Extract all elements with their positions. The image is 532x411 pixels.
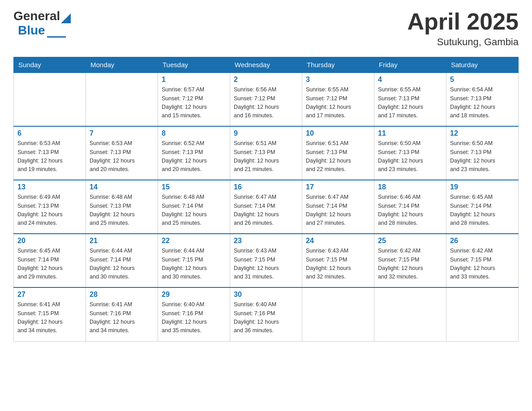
logo-general: General — [13, 9, 60, 23]
day-number: 10 — [306, 129, 370, 137]
day-number: 29 — [162, 291, 226, 299]
day-info: Sunrise: 6:54 AM Sunset: 7:13 PM Dayligh… — [450, 86, 515, 120]
day-number: 3 — [306, 76, 370, 84]
calendar-cell: 30Sunrise: 6:40 AM Sunset: 7:16 PM Dayli… — [230, 287, 302, 341]
weekday-header-row: SundayMondayTuesdayWednesdayThursdayFrid… — [14, 57, 519, 73]
day-info: Sunrise: 6:53 AM Sunset: 7:13 PM Dayligh… — [90, 139, 154, 174]
day-number: 5 — [450, 76, 515, 84]
day-number: 23 — [234, 237, 298, 245]
day-info: Sunrise: 6:52 AM Sunset: 7:13 PM Dayligh… — [162, 139, 226, 174]
day-info: Sunrise: 6:56 AM Sunset: 7:12 PM Dayligh… — [234, 86, 298, 120]
day-info: Sunrise: 6:51 AM Sunset: 7:13 PM Dayligh… — [234, 139, 298, 174]
page-subtitle: Sutukung, Gambia — [407, 36, 519, 48]
calendar-cell — [446, 287, 519, 341]
calendar-cell: 28Sunrise: 6:41 AM Sunset: 7:16 PM Dayli… — [86, 287, 158, 341]
calendar-cell: 24Sunrise: 6:43 AM Sunset: 7:15 PM Dayli… — [302, 234, 374, 287]
calendar-cell: 29Sunrise: 6:40 AM Sunset: 7:16 PM Dayli… — [158, 287, 230, 341]
day-info: Sunrise: 6:44 AM Sunset: 7:15 PM Dayligh… — [162, 247, 226, 282]
calendar-cell: 15Sunrise: 6:48 AM Sunset: 7:14 PM Dayli… — [158, 180, 230, 234]
day-number: 25 — [378, 237, 442, 245]
title-block: April 2025 Sutukung, Gambia — [407, 9, 519, 48]
day-info: Sunrise: 6:49 AM Sunset: 7:13 PM Dayligh… — [17, 193, 82, 228]
day-info: Sunrise: 6:45 AM Sunset: 7:14 PM Dayligh… — [17, 247, 82, 282]
day-number: 15 — [162, 183, 226, 191]
day-number: 14 — [90, 183, 154, 191]
day-info: Sunrise: 6:47 AM Sunset: 7:14 PM Dayligh… — [234, 193, 298, 228]
calendar-cell — [374, 287, 446, 341]
day-info: Sunrise: 6:47 AM Sunset: 7:14 PM Dayligh… — [306, 193, 370, 228]
calendar-cell: 10Sunrise: 6:51 AM Sunset: 7:13 PM Dayli… — [302, 126, 374, 180]
calendar-cell: 19Sunrise: 6:45 AM Sunset: 7:14 PM Dayli… — [446, 180, 519, 234]
calendar-cell: 1Sunrise: 6:57 AM Sunset: 7:12 PM Daylig… — [158, 73, 230, 126]
calendar-cell: 18Sunrise: 6:46 AM Sunset: 7:14 PM Dayli… — [374, 180, 446, 234]
svg-marker-0 — [61, 13, 71, 23]
calendar-table: SundayMondayTuesdayWednesdayThursdayFrid… — [13, 57, 519, 342]
calendar-cell: 17Sunrise: 6:47 AM Sunset: 7:14 PM Dayli… — [302, 180, 374, 234]
day-number: 22 — [162, 237, 226, 245]
calendar-cell: 25Sunrise: 6:42 AM Sunset: 7:15 PM Dayli… — [374, 234, 446, 287]
calendar-cell: 12Sunrise: 6:50 AM Sunset: 7:13 PM Dayli… — [446, 126, 519, 180]
day-info: Sunrise: 6:53 AM Sunset: 7:13 PM Dayligh… — [17, 139, 82, 174]
day-info: Sunrise: 6:41 AM Sunset: 7:15 PM Dayligh… — [17, 300, 82, 335]
day-number: 17 — [306, 183, 370, 191]
day-number: 27 — [17, 291, 82, 299]
day-info: Sunrise: 6:43 AM Sunset: 7:15 PM Dayligh… — [306, 247, 370, 282]
day-number: 21 — [90, 237, 154, 245]
day-number: 1 — [162, 76, 226, 84]
day-info: Sunrise: 6:45 AM Sunset: 7:14 PM Dayligh… — [450, 193, 515, 228]
day-info: Sunrise: 6:55 AM Sunset: 7:12 PM Dayligh… — [306, 86, 370, 120]
calendar-cell — [302, 287, 374, 341]
logo: General Blue — [13, 9, 71, 38]
day-number: 26 — [450, 237, 515, 245]
calendar-cell: 3Sunrise: 6:55 AM Sunset: 7:12 PM Daylig… — [302, 73, 374, 126]
calendar-cell: 14Sunrise: 6:48 AM Sunset: 7:13 PM Dayli… — [86, 180, 158, 234]
day-info: Sunrise: 6:48 AM Sunset: 7:14 PM Dayligh… — [162, 193, 226, 228]
day-number: 6 — [17, 129, 82, 137]
day-info: Sunrise: 6:50 AM Sunset: 7:13 PM Dayligh… — [378, 139, 442, 174]
day-info: Sunrise: 6:46 AM Sunset: 7:14 PM Dayligh… — [378, 193, 442, 228]
calendar-cell: 21Sunrise: 6:44 AM Sunset: 7:14 PM Dayli… — [86, 234, 158, 287]
weekday-header-monday: Monday — [86, 57, 158, 73]
logo-blue: Blue — [18, 23, 45, 38]
calendar-cell: 22Sunrise: 6:44 AM Sunset: 7:15 PM Dayli… — [158, 234, 230, 287]
day-number: 24 — [306, 237, 370, 245]
weekday-header-wednesday: Wednesday — [230, 57, 302, 73]
day-number: 11 — [378, 129, 442, 137]
calendar-week-row: 6Sunrise: 6:53 AM Sunset: 7:13 PM Daylig… — [14, 126, 519, 180]
day-info: Sunrise: 6:50 AM Sunset: 7:13 PM Dayligh… — [450, 139, 515, 174]
day-number: 19 — [450, 183, 515, 191]
calendar-week-row: 1Sunrise: 6:57 AM Sunset: 7:12 PM Daylig… — [14, 73, 519, 126]
calendar-cell: 27Sunrise: 6:41 AM Sunset: 7:15 PM Dayli… — [14, 287, 86, 341]
day-number: 8 — [162, 129, 226, 137]
calendar-cell: 9Sunrise: 6:51 AM Sunset: 7:13 PM Daylig… — [230, 126, 302, 180]
calendar-cell: 11Sunrise: 6:50 AM Sunset: 7:13 PM Dayli… — [374, 126, 446, 180]
day-number: 4 — [378, 76, 442, 84]
calendar-cell: 2Sunrise: 6:56 AM Sunset: 7:12 PM Daylig… — [230, 73, 302, 126]
calendar-cell: 4Sunrise: 6:55 AM Sunset: 7:13 PM Daylig… — [374, 73, 446, 126]
page-header: General Blue April 2025 Sutukung, Gambia — [13, 9, 519, 48]
calendar-cell: 23Sunrise: 6:43 AM Sunset: 7:15 PM Dayli… — [230, 234, 302, 287]
weekday-header-friday: Friday — [374, 57, 446, 73]
day-info: Sunrise: 6:42 AM Sunset: 7:15 PM Dayligh… — [378, 247, 442, 282]
weekday-header-sunday: Sunday — [14, 57, 86, 73]
calendar-cell — [14, 73, 86, 126]
day-number: 16 — [234, 183, 298, 191]
day-number: 12 — [450, 129, 515, 137]
day-number: 28 — [90, 291, 154, 299]
page-title: April 2025 — [407, 9, 519, 34]
day-info: Sunrise: 6:43 AM Sunset: 7:15 PM Dayligh… — [234, 247, 298, 282]
day-number: 2 — [234, 76, 298, 84]
day-info: Sunrise: 6:55 AM Sunset: 7:13 PM Dayligh… — [378, 86, 442, 120]
calendar-week-row: 13Sunrise: 6:49 AM Sunset: 7:13 PM Dayli… — [14, 180, 519, 234]
day-info: Sunrise: 6:48 AM Sunset: 7:13 PM Dayligh… — [90, 193, 154, 228]
calendar-cell: 26Sunrise: 6:42 AM Sunset: 7:15 PM Dayli… — [446, 234, 519, 287]
calendar-cell: 16Sunrise: 6:47 AM Sunset: 7:14 PM Dayli… — [230, 180, 302, 234]
weekday-header-tuesday: Tuesday — [158, 57, 230, 73]
calendar-cell: 5Sunrise: 6:54 AM Sunset: 7:13 PM Daylig… — [446, 73, 519, 126]
day-info: Sunrise: 6:44 AM Sunset: 7:14 PM Dayligh… — [90, 247, 154, 282]
day-number: 13 — [17, 183, 82, 191]
day-number: 20 — [17, 237, 82, 245]
day-number: 7 — [90, 129, 154, 137]
day-info: Sunrise: 6:57 AM Sunset: 7:12 PM Dayligh… — [162, 86, 226, 120]
weekday-header-saturday: Saturday — [446, 57, 519, 73]
